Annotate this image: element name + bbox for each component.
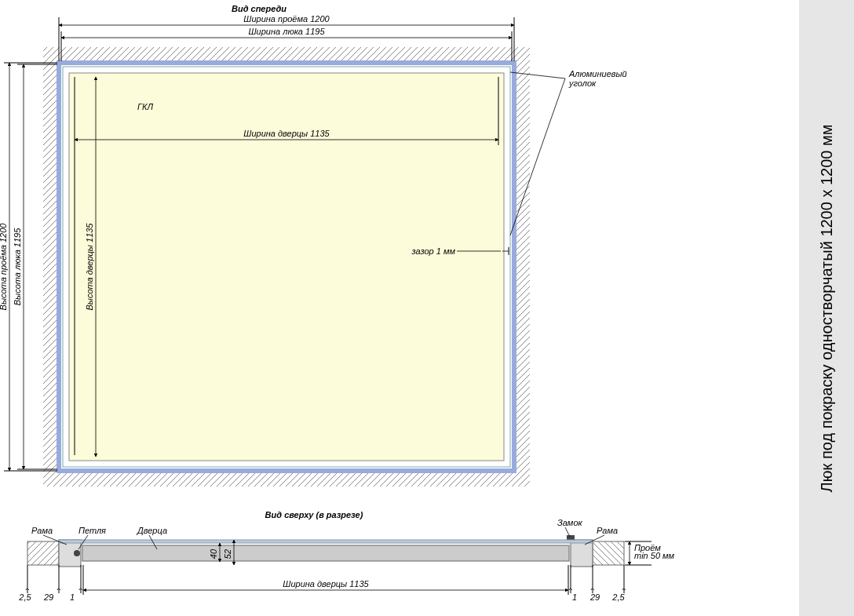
label-hinge: Петля — [78, 526, 106, 535]
dims-left-cluster: 2,5 29 1 — [18, 565, 82, 602]
svg-rect-29 — [571, 540, 593, 567]
label-frame-right: Рама — [597, 526, 618, 535]
dim-top-door-width: Ширина дверцы 1135 — [83, 565, 568, 595]
front-title: Вид спереди — [232, 4, 286, 13]
svg-rect-27 — [593, 541, 624, 565]
dim-label: Проёмmin 50 мм — [634, 543, 675, 560]
dim-label: Ширина проёма 1200 — [243, 14, 330, 24]
dim-25r: 2,5 — [611, 592, 625, 602]
dim-25: 2,5 — [18, 592, 31, 602]
dim-label: 40 — [209, 549, 218, 559]
callout-label: зазор 1 мм — [411, 246, 456, 256]
dim-label: 52 — [223, 549, 232, 559]
svg-point-30 — [74, 550, 80, 556]
dim-label: Высота проёма 1200 — [0, 223, 8, 311]
top-view — [27, 535, 624, 567]
svg-rect-33 — [59, 540, 593, 543]
svg-rect-26 — [27, 541, 59, 565]
label-lock: Замок — [557, 518, 583, 527]
dim-label: Высота люка 1195 — [13, 228, 22, 305]
dim-opening-depth: Проёмmin 50 мм — [625, 541, 675, 565]
top-labels: Рама Петля Дверца Замок Рама — [31, 518, 618, 549]
dim-29r: 29 — [589, 592, 600, 602]
dim-label: Высота дверцы 1135 — [85, 223, 94, 311]
label-frame: Рама — [31, 526, 53, 535]
dim-label: Ширина люка 1195 — [248, 27, 325, 36]
top-title: Вид сверху (в разрезе) — [265, 510, 363, 519]
front-view — [43, 47, 530, 487]
svg-rect-32 — [82, 545, 569, 561]
dim-label: Ширина дверцы 1135 — [283, 579, 369, 589]
label-door: Дверца — [136, 526, 167, 535]
dim-29: 29 — [43, 592, 53, 602]
label-gkl: ГКЛ — [137, 102, 153, 111]
dim-1r: 1 — [572, 592, 577, 602]
sidebar-title-bar: Люк под покраску одностворчатый 1200 х 1… — [799, 0, 854, 616]
dim-1: 1 — [70, 592, 75, 602]
drawing-canvas: Вид спереди Ширина проёма 1200 Ширина лю… — [0, 0, 799, 616]
sidebar-title: Люк под покраску одностворчатый 1200 х 1… — [818, 124, 836, 492]
dims-right-cluster: 1 29 2,5 — [569, 565, 626, 602]
dim-label: Ширина дверцы 1135 — [243, 129, 330, 138]
callout-label: Алюминиевыйуголок — [568, 69, 627, 88]
